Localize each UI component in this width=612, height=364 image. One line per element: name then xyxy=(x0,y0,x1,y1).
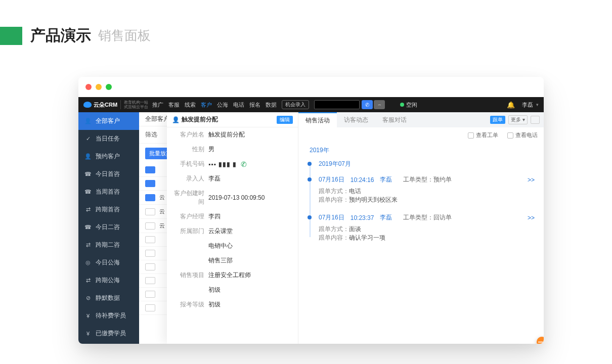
window-close-dot[interactable] xyxy=(85,84,92,90)
activity-tab-客服对话[interactable]: 客服对话 xyxy=(375,112,414,127)
more-button[interactable]: 更多 ▾ xyxy=(508,115,528,124)
sidebar-item-跨期二咨[interactable]: ⇄跨期二咨 xyxy=(78,236,139,254)
entry-type: 工单类型：回访单 xyxy=(403,213,452,222)
entry-line-value: 电话 xyxy=(349,188,361,195)
row-checkbox[interactable] xyxy=(145,277,155,284)
row-checkbox[interactable] xyxy=(145,222,155,230)
sidebar-item-跨期公海[interactable]: ⇄跨期公海 xyxy=(78,271,139,289)
sidebar-icon: ⇄ xyxy=(84,206,92,213)
window-max-dot[interactable] xyxy=(106,84,112,90)
row-checkbox[interactable] xyxy=(145,194,155,201)
select-all-checkbox[interactable] xyxy=(145,166,155,173)
entry-date: 07月16日 xyxy=(319,213,344,222)
person-icon: 👤 xyxy=(172,116,180,123)
status-label[interactable]: 空闲 xyxy=(406,101,417,109)
nav-item-客户[interactable]: 客户 xyxy=(201,101,212,109)
top-nav: 云朵CRM 教育机构一站 式营销云平台 推广客服线索客户公海电话报名数据 机会录… xyxy=(78,97,544,112)
sidebar-item-今日二咨[interactable]: ☎今日二咨 xyxy=(78,218,139,236)
nav-item-客服[interactable]: 客服 xyxy=(168,101,180,109)
detail-value: 李磊 xyxy=(208,174,221,183)
sidebar-item-全部客户[interactable]: 👤全部客户 xyxy=(78,112,139,130)
chevron-down-icon[interactable]: ▾ xyxy=(536,102,539,107)
activity-panel: 销售活动访客动态客服对话 跟单 更多 ▾ 查看工单查看电话 2019年 2019… xyxy=(298,112,544,344)
user-name[interactable]: 李磊 xyxy=(522,101,533,109)
row-checkbox[interactable] xyxy=(145,208,155,215)
nav-items: 推广客服线索客户公海电话报名数据 xyxy=(152,101,277,109)
activity-tab-访客动态[interactable]: 访客动态 xyxy=(337,112,375,127)
checkbox-icon[interactable] xyxy=(507,132,513,139)
follow-badge[interactable]: 跟单 xyxy=(490,116,505,124)
entry-more-link[interactable]: >> xyxy=(528,176,535,184)
detail-value: 李四 xyxy=(208,212,221,221)
entry-head: 07月16日10:23:37李磊工单类型：回访单>> xyxy=(319,213,535,222)
sidebar-icon: 👤 xyxy=(84,118,92,124)
opportunity-entry-button[interactable]: 机会录入 xyxy=(282,100,309,109)
call-button[interactable]: ✆ xyxy=(362,100,373,109)
hangup-button[interactable]: ⌢ xyxy=(374,100,385,109)
sidebar-item-当日任务[interactable]: ✓当日任务 xyxy=(78,130,139,148)
sidebar-item-今日首咨[interactable]: ☎今日首咨 xyxy=(78,165,139,183)
edit-button[interactable]: 编辑 xyxy=(277,116,293,124)
row-checkbox[interactable] xyxy=(145,250,155,257)
logo[interactable]: 云朵CRM 教育机构一站 式营销云平台 xyxy=(83,100,148,109)
sidebar-icon: ⇄ xyxy=(84,277,92,284)
nav-item-数据[interactable]: 数据 xyxy=(266,101,277,109)
detail-value: 2019-07-13 00:09:50 xyxy=(208,194,265,201)
search-input[interactable] xyxy=(314,100,360,109)
sidebar-item-label: 待补费学员 xyxy=(96,311,126,320)
row-checkbox[interactable] xyxy=(145,263,155,270)
checkbox-icon[interactable] xyxy=(468,132,474,139)
entry-line-value: 确认学习一项 xyxy=(349,234,385,241)
row-checkbox[interactable] xyxy=(145,291,155,298)
detail-row: 报考等级初级 xyxy=(167,297,298,312)
bell-icon[interactable]: 🔔 xyxy=(507,101,515,109)
detail-label: 手机号码 xyxy=(172,160,208,168)
detail-row: 销售项目注册安全工程师 xyxy=(167,268,298,283)
sidebar-item-预约客户[interactable]: 👤预约客户 xyxy=(78,148,139,165)
sidebar-item-已缴费学员[interactable]: ¥已缴费学员 xyxy=(78,325,139,342)
detail-label: 销售项目 xyxy=(172,271,208,280)
nav-item-推广[interactable]: 推广 xyxy=(152,101,163,109)
entry-line-value: 预约明天到校区来 xyxy=(349,196,398,203)
sidebar-icon: ⊘ xyxy=(84,295,92,301)
detail-row: 录入人李磊 xyxy=(167,171,298,186)
sidebar-item-跨期首咨[interactable]: ⇄跨期首咨 xyxy=(78,201,139,218)
phone-masked: ▪▪▪ ▮▮▮ ▮ xyxy=(208,161,237,168)
sidebar-item-开通课程[interactable]: ▦开通课程 xyxy=(78,342,139,344)
nav-item-报名[interactable]: 报名 xyxy=(249,101,260,109)
row-checkbox[interactable] xyxy=(145,236,155,243)
sidebar-icon: ☎ xyxy=(84,224,92,231)
window-min-dot[interactable] xyxy=(96,84,102,90)
filter-查看电话[interactable]: 查看电话 xyxy=(507,131,538,139)
sidebar-item-label: 静默数据 xyxy=(96,294,120,302)
popout-icon[interactable] xyxy=(531,116,540,124)
row-checkbox[interactable] xyxy=(145,304,155,311)
nav-item-线索[interactable]: 线索 xyxy=(185,101,196,109)
entry-more-link[interactable]: >> xyxy=(528,214,535,221)
filter-查看工单[interactable]: 查看工单 xyxy=(468,131,498,139)
timeline-entry: 07月16日10:24:16李磊工单类型：预约单>>跟单方式：电话跟单内容：预约… xyxy=(319,175,535,204)
sidebar-icon: ✓ xyxy=(84,135,92,142)
entry-body: 跟单方式：面谈跟单内容：确认学习一项 xyxy=(319,225,535,242)
entry-author: 李磊 xyxy=(380,213,392,222)
sidebar-item-当周首咨[interactable]: ☎当周首咨 xyxy=(78,183,139,201)
detail-value: 初级 xyxy=(208,286,221,294)
nav-item-电话[interactable]: 电话 xyxy=(233,101,244,109)
fab-button[interactable]: — xyxy=(537,337,544,344)
entry-line: 跟单方式：电话 xyxy=(319,187,535,196)
entry-body: 跟单方式：电话跟单内容：预约明天到校区来 xyxy=(319,187,535,204)
customer-detail-panel: 👤 触发提前分配 编辑 客户姓名触发提前分配性别男手机号码▪▪▪ ▮▮▮ ▮✆录… xyxy=(167,112,298,344)
detail-label: 性别 xyxy=(172,145,208,154)
detail-label xyxy=(172,242,208,250)
phone-icon[interactable]: ✆ xyxy=(241,160,247,168)
activity-tab-销售活动[interactable]: 销售活动 xyxy=(298,112,337,127)
entry-author: 李磊 xyxy=(380,175,392,184)
sidebar-item-今日公海[interactable]: ◎今日公海 xyxy=(78,254,139,271)
entry-time: 10:24:16 xyxy=(351,176,374,184)
sidebar-item-静默数据[interactable]: ⊘静默数据 xyxy=(78,289,139,307)
sidebar-item-待补费学员[interactable]: ¥待补费学员 xyxy=(78,307,139,325)
row-checkbox[interactable] xyxy=(145,180,155,187)
entry-date: 07月16日 xyxy=(319,175,344,184)
nav-item-公海[interactable]: 公海 xyxy=(217,101,228,109)
detail-row: 客户经理李四 xyxy=(167,209,298,224)
